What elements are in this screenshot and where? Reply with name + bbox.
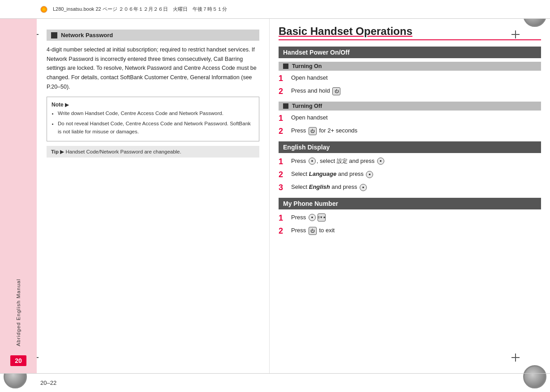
step-item: 1 Press ●0▼★	[279, 213, 541, 223]
step-text-1: Press ●0▼★	[291, 213, 327, 222]
ok-circle-btn-3: ●	[360, 184, 367, 191]
tip-arrow: ▶	[60, 149, 65, 154]
section-english-display-title: English Display	[283, 144, 330, 151]
subsection-black-sq-2	[283, 103, 288, 109]
section-my-phone-number-title: My Phone Number	[283, 200, 338, 207]
header-black-rect	[51, 32, 57, 38]
tip-text: Handset Code/Network Password are change…	[65, 149, 181, 154]
section-english-display: English Display	[279, 141, 541, 153]
tip-label: Tip	[51, 149, 59, 154]
end-btn-icon: ⏻	[309, 227, 317, 235]
step-item: 1 Press ●, select 設定 and press ●	[279, 157, 541, 167]
note-bullet-2: Do not reveal Handset Code, Centre Acces…	[58, 119, 254, 136]
step-text-1: Open handset	[291, 113, 328, 122]
step-text-3: Select English and press ●	[291, 183, 368, 192]
subsection-black-sq	[283, 64, 288, 69]
network-password-body: 4-digit number selected at initial subsc…	[47, 45, 259, 91]
top-header: L280_insatsu.book 22 ページ ２０６年１２月２６日 火曜日 …	[0, 0, 550, 19]
circle-0-btn: ●	[309, 214, 316, 221]
ok-circle-btn: ●	[377, 158, 384, 165]
step-num-1: 1	[279, 113, 288, 124]
bottom-bar: 20–22	[0, 373, 550, 392]
step-num-3: 3	[279, 183, 288, 193]
tip-box: Tip ▶ Handset Code/Network Password are …	[47, 146, 259, 158]
step-num-2: 2	[279, 86, 288, 97]
subsection-turning-off: Turning Off	[279, 102, 541, 111]
sidebar-text: Abridged English Manual	[16, 279, 21, 346]
page-number: 20–22	[40, 379, 56, 386]
turning-on-label: Turning On	[292, 63, 322, 69]
step-item: 1 Open handset	[279, 73, 541, 84]
turning-off-label: Turning Off	[292, 103, 322, 109]
step-num-1: 1	[279, 157, 288, 167]
note-bullet-1: Write down Handset Code, Centre Access C…	[58, 109, 254, 117]
step-text-1: Press ●, select 設定 and press ●	[291, 157, 385, 166]
section-handset-power: Handset Power On/Off	[279, 47, 541, 58]
note-box: Note ▶ Write down Handset Code, Centre A…	[47, 97, 259, 141]
step-num-2: 2	[279, 226, 288, 236]
header-circle-icon	[40, 6, 47, 13]
main-title: Basic Handset Operations	[279, 25, 541, 40]
section-handset-power-title: Handset Power On/Off	[283, 49, 350, 56]
num-btn: 0▼★	[318, 213, 326, 222]
step-text-2: Press ⏻ for 2+ seconds	[291, 126, 357, 135]
ok-circle-btn-2: ●	[366, 171, 373, 178]
step-item: 2 Press ⏻ for 2+ seconds	[279, 126, 541, 136]
subsection-turning-on: Turning On	[279, 62, 541, 71]
network-password-title: Network Password	[61, 32, 113, 38]
power-button-icon-2: ⏻	[309, 127, 317, 135]
step-item: 2 Select Language and press ●	[279, 170, 541, 180]
power-button-icon: ⏻	[332, 87, 340, 95]
step-num-2: 2	[279, 126, 288, 136]
network-password-header: Network Password	[47, 30, 259, 41]
sidebar: Abridged English Manual 20	[0, 19, 37, 373]
step-text-2: Select Language and press ●	[291, 170, 374, 179]
step-item: 1 Open handset	[279, 113, 541, 124]
step-text-2: Press and hold ⏻	[291, 86, 341, 95]
left-column: Network Password 4-digit number selected…	[37, 19, 270, 373]
note-label: Note	[52, 102, 64, 108]
header-book-info: L280_insatsu.book 22 ページ ２０６年１２月２６日 火曜日 …	[53, 6, 227, 13]
step-item: 2 Press and hold ⏻	[279, 86, 541, 97]
step-text-2: Press ⏻ to exit	[291, 226, 335, 235]
note-arrow: ▶	[65, 102, 69, 108]
english-display-steps: 1 Press ●, select 設定 and press ● 2 Selec…	[279, 157, 541, 193]
menu-circle-btn: ●	[309, 158, 316, 165]
step-text-1: Open handset	[291, 73, 328, 82]
turning-off-steps: 1 Open handset 2 Press ⏻ for 2+ seconds	[279, 113, 541, 137]
step-num-1: 1	[279, 213, 288, 223]
turning-on-steps: 1 Open handset 2 Press and hold ⏻	[279, 73, 541, 97]
step-num-2: 2	[279, 170, 288, 180]
step-item: 2 Press ⏻ to exit	[279, 226, 541, 236]
section-my-phone-number: My Phone Number	[279, 198, 541, 209]
step-num-1: 1	[279, 73, 288, 84]
note-bullets-list: Write down Handset Code, Centre Access C…	[58, 109, 254, 136]
sidebar-page-badge: 20	[10, 355, 26, 366]
right-column: Basic Handset Operations Handset Power O…	[270, 19, 550, 373]
step-item: 3 Select English and press ●	[279, 183, 541, 193]
my-phone-steps: 1 Press ●0▼★ 2 Press ⏻ to exit	[279, 213, 541, 237]
main-content: Network Password 4-digit number selected…	[37, 19, 550, 373]
